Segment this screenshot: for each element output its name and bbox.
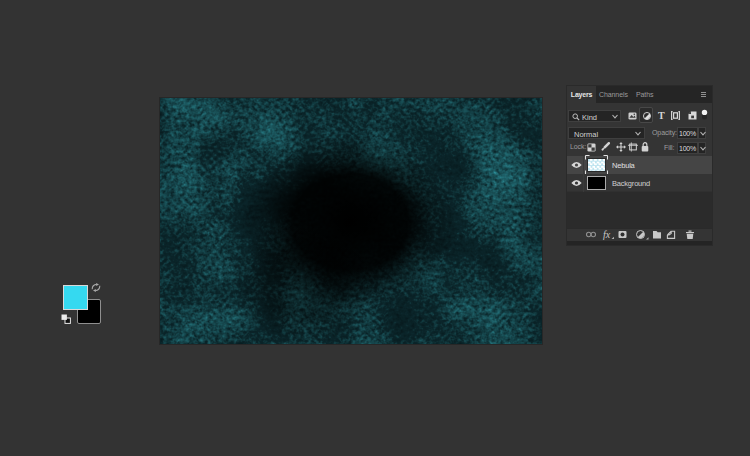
- svg-text:fx: fx: [603, 229, 611, 240]
